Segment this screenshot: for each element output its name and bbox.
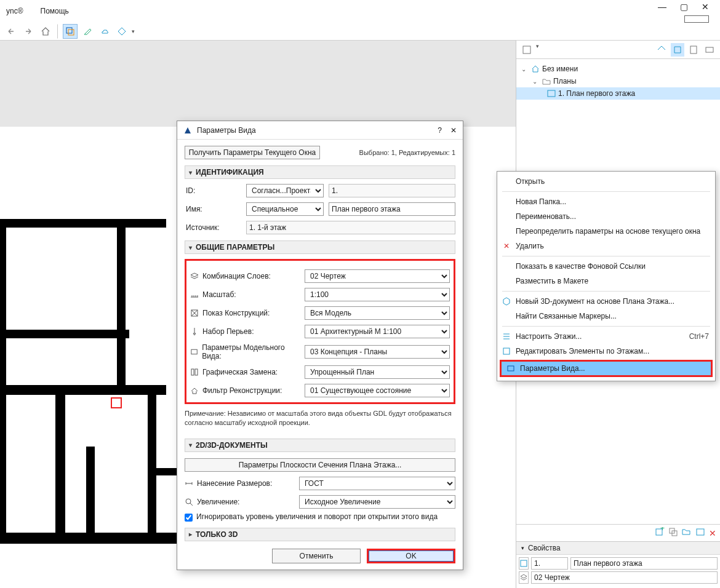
prop-row-name: 1. План первого этажа [519, 557, 718, 570]
construction-select[interactable]: Вся Модель [305, 306, 450, 320]
edit-icon[interactable] [80, 24, 95, 39]
svg-rect-5 [690, 46, 697, 54]
close-icon[interactable]: ✕ [702, 2, 709, 11]
svg-point-18 [186, 499, 191, 504]
prop-row-layers: 02 Чертеж [519, 571, 718, 584]
row-dimensioning: Нанесение Размеров: ГОСТ [185, 477, 455, 490]
mvo-icon [190, 348, 198, 356]
tree-folder[interactable]: ⌄ Планы [516, 75, 720, 87]
zoom-select[interactable]: Исходное Увеличение [299, 495, 455, 509]
name-input[interactable] [329, 202, 455, 216]
dimension-icon [185, 479, 193, 488]
ctx-new-3d[interactable]: Новый 3D-документ на основе Плана Этажа.… [497, 294, 715, 309]
view-map-icon[interactable] [671, 43, 684, 57]
navigator-footer: + ✕ [516, 524, 720, 541]
delete-icon: ✕ [501, 240, 512, 252]
separator [502, 191, 710, 192]
separator [57, 24, 58, 39]
clone-view-icon[interactable] [668, 527, 678, 539]
ignore-zoom-input[interactable] [185, 514, 193, 522]
svg-rect-16 [191, 369, 194, 375]
shape-icon[interactable] [114, 24, 129, 39]
ctx-delete[interactable]: ✕Удалить [497, 239, 715, 253]
layout-book-icon[interactable] [687, 43, 700, 57]
tree-item-selected[interactable]: 1. План первого этажа [516, 87, 720, 100]
project-map-icon[interactable] [655, 43, 668, 57]
svg-rect-1 [68, 30, 74, 35]
layers-select[interactable]: 02 Чертеж [305, 269, 450, 283]
ctx-new-folder[interactable]: Новая Папка... [497, 194, 715, 209]
trace-icon[interactable] [63, 24, 78, 39]
source-label: Источник: [185, 223, 241, 232]
prop-name[interactable]: План первого этажа [570, 557, 718, 570]
save-view-icon[interactable]: + [655, 527, 665, 539]
new-view-icon[interactable] [695, 527, 705, 539]
ctx-find-markers[interactable]: Найти Связанные Маркеры... [497, 309, 715, 324]
disclose-icon[interactable]: ⌄ [521, 66, 529, 73]
help-icon[interactable]: ? [438, 126, 442, 135]
publisher-icon[interactable] [703, 43, 716, 57]
ctx-highlight: Параметры Вида... [500, 360, 713, 377]
home-icon[interactable] [38, 24, 53, 39]
ctx-open[interactable]: Открыть [497, 174, 715, 189]
house-icon [531, 65, 540, 73]
properties-panel: ▾ Свойства 1. План первого этажа 02 Черт… [516, 541, 720, 588]
name-label: Имя: [185, 205, 241, 213]
menu-sync[interactable]: ync® [2, 4, 27, 18]
prop-num[interactable]: 1. [531, 557, 568, 570]
section-2d3d[interactable]: ▾2D/3D-ДОКУМЕНТЫ [185, 439, 455, 452]
dialog-titlebar[interactable]: Параметры Вида ? ✕ [177, 121, 463, 140]
minimize-icon[interactable]: — [658, 2, 666, 11]
ctx-view-settings[interactable]: Параметры Вида... [502, 362, 711, 375]
row-mvo: Параметры Модельного Вида: 03 Концепция … [190, 343, 450, 360]
reno-select[interactable]: 01 Существующее состояние [305, 384, 450, 397]
dropdown-arrow-icon[interactable]: ▾ [132, 28, 135, 34]
id-select[interactable]: Согласн...Проекта [246, 184, 324, 197]
common-params-highlight: Комбинация Слоев: 02 Чертеж Масштаб: 1:1… [185, 259, 455, 404]
prop-layers[interactable]: 02 Чертеж [531, 571, 718, 584]
close-icon[interactable]: ✕ [450, 126, 457, 135]
tree-root[interactable]: ⌄ Без имени [516, 63, 720, 75]
nav-dropdown-icon[interactable] [520, 43, 534, 57]
ctx-story-settings[interactable]: Настроить Этажи...Ctrl+7 [497, 329, 715, 344]
zoom-icon [185, 498, 193, 506]
get-current-params-button[interactable]: Получить Параметры Текущего Окна [185, 146, 320, 159]
pens-select[interactable]: 01 Архитектурный М 1:100 [305, 325, 450, 338]
ctx-trace-ref-label: Показать в качестве Фоновой Ссылки [516, 262, 646, 271]
section-identification[interactable]: ▾ИДЕНТИФИКАЦИЯ [185, 165, 455, 179]
scale-select[interactable]: 1:100 [305, 288, 450, 301]
zoom-label: Увеличение: [197, 498, 239, 506]
story-icon [501, 331, 512, 342]
ctx-story-shortcut: Ctrl+7 [689, 332, 709, 341]
ignore-zoom-checkbox[interactable]: Игнорировать уровень увеличения и поворо… [185, 512, 455, 522]
disclose-icon[interactable]: ⌄ [532, 78, 540, 85]
ctx-trace-ref[interactable]: Показать в качестве Фоновой Ссылки [497, 259, 715, 274]
section-3d[interactable]: ▸ТОЛЬКО 3D [185, 528, 455, 541]
maximize-icon[interactable]: ▢ [680, 2, 688, 11]
ctx-edit-story[interactable]: Редактировать Элементы по Этажам... [497, 344, 715, 359]
section-common[interactable]: ▾ОБЩИЕ ПАРАМЕТРЫ [185, 240, 455, 254]
ok-button[interactable]: OK [367, 549, 455, 563]
cutplane-button[interactable]: Параметры Плоскости Сечения Плана Этажа.… [185, 458, 455, 472]
cancel-button[interactable]: Отменить [272, 549, 361, 563]
override-select[interactable]: Упрощенный План [305, 365, 450, 379]
properties-header[interactable]: ▾ Свойства [516, 542, 720, 555]
ctx-redefine[interactable]: Переопределить параметры на основе текущ… [497, 224, 715, 239]
ctx-place-layout[interactable]: Разместить в Макете [497, 274, 715, 288]
sub-window-controls[interactable] [684, 15, 709, 23]
mvo-select[interactable]: 03 Концепция - Планы [305, 345, 450, 359]
edit-story-icon [501, 346, 512, 357]
menu-help[interactable]: Помощь [37, 4, 73, 18]
dimensioning-select[interactable]: ГОСТ [299, 477, 455, 490]
redo-icon[interactable] [21, 24, 36, 39]
view-icon [547, 89, 556, 98]
dropdown-arrow-icon[interactable]: ▾ [536, 43, 539, 57]
delete-view-icon[interactable]: ✕ [709, 528, 716, 538]
new-folder-icon[interactable] [682, 527, 692, 539]
name-select[interactable]: Специальное [246, 202, 324, 216]
undo-icon[interactable] [4, 24, 18, 39]
svg-rect-19 [503, 348, 510, 354]
window-controls: — ▢ ✕ [658, 0, 720, 14]
ctx-rename[interactable]: Переименовать... [497, 209, 715, 224]
cloud-up-icon[interactable] [97, 24, 112, 39]
